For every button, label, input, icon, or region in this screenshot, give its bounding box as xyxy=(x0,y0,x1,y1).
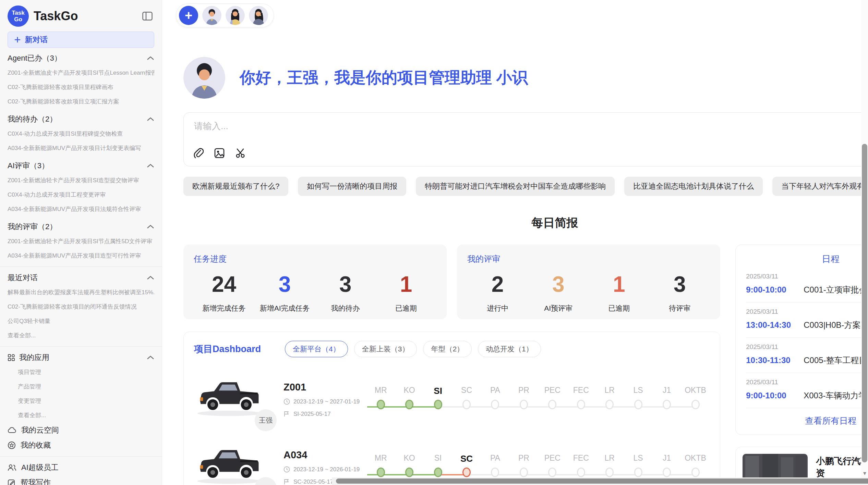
sidebar-section: 我的待办（2）C0X4-动力总成开发项目SI里程碑提交物检查A034-全新新能源… xyxy=(8,112,154,156)
list-item[interactable]: 解释最新出台的欧盟报废车法规再生塑料比例被调至15%... xyxy=(8,285,154,300)
vertical-scrollbar[interactable]: ▼ xyxy=(861,0,868,477)
suggestion-chip[interactable]: 如何写一份清晰的项目周报 xyxy=(298,177,406,196)
chevron-up-icon[interactable] xyxy=(147,56,154,61)
dashboard-tab[interactable]: 全新平台（4） xyxy=(285,341,348,357)
star-circle-icon xyxy=(8,441,16,449)
timeline-connector xyxy=(495,474,523,475)
image-icon[interactable] xyxy=(214,148,225,159)
dashboard-tab[interactable]: 动总开发（1） xyxy=(478,341,541,357)
timeline-connector xyxy=(610,474,638,475)
project-image: 王强 xyxy=(194,374,275,425)
timeline-connector xyxy=(581,474,610,475)
list-item[interactable]: C02-飞腾新能源轻客改款项目立项汇报方案 xyxy=(8,95,154,109)
milestone-label: OKTB xyxy=(681,386,710,398)
list-item[interactable]: 查看全部... xyxy=(8,408,154,423)
schedule-date: 2025/03/11 xyxy=(746,343,868,351)
list-item[interactable]: C0X4-动力总成开发项目SI里程碑提交物检查 xyxy=(8,127,154,141)
list-item[interactable]: Z001-全新燃油轻卡产品开发项目SI造型提交物评审 xyxy=(8,173,154,188)
plus-icon xyxy=(14,36,21,43)
view-all-schedule-link[interactable]: 查看所有日程 xyxy=(746,408,868,428)
milestone-label: KO xyxy=(395,453,423,466)
schedule-list: 2025/03/119:00-10:00C001-立项审批会加入2025/03/… xyxy=(746,267,868,408)
add-agent-button[interactable]: + xyxy=(179,6,198,25)
chevron-up-icon[interactable] xyxy=(147,163,154,168)
milestone: PEC xyxy=(538,386,567,415)
vertical-scrollbar-thumb[interactable] xyxy=(862,144,867,462)
list-item[interactable]: Z001-全新燃油轻卡产品开发项目SI节点属性5D文件评审 xyxy=(8,234,154,249)
list-item[interactable]: 项目管理 xyxy=(8,365,154,380)
timeline-connector xyxy=(381,474,409,475)
list-item[interactable]: 变更管理 xyxy=(8,394,154,408)
milestone: LS xyxy=(624,386,652,415)
sidebar-tool[interactable]: 帮我写作 xyxy=(8,475,154,485)
milestone-label: PR xyxy=(509,386,538,398)
sidebar: Task Go TaskGo 新对话 Agent已办（3）Z001-全新燃油皮卡… xyxy=(0,0,162,485)
list-item[interactable]: A034-全新新能源MUV产品开发项目造型可行性评审 xyxy=(8,249,154,263)
horizontal-scrollbar[interactable]: ▶ xyxy=(332,477,868,485)
suggestion-chip[interactable]: 欧洲新规最近颁布了什么? xyxy=(183,177,288,196)
list-item[interactable]: 公司Q3轻卡销量 xyxy=(8,314,154,328)
stat-value: 2 xyxy=(467,271,528,298)
chevron-up-icon[interactable] xyxy=(147,275,154,280)
schedule-date: 2025/03/11 xyxy=(746,308,868,315)
dashboard-tab[interactable]: 年型（2） xyxy=(423,341,472,357)
section-header[interactable]: 我的应用 xyxy=(8,350,154,365)
dashboard-tab[interactable]: 全新上装（3） xyxy=(354,341,417,357)
sidebar-header: Task Go TaskGo xyxy=(8,5,154,27)
scissors-icon[interactable] xyxy=(235,148,246,159)
section-header[interactable]: AI评审（3） xyxy=(8,158,154,173)
section-header[interactable]: 我的评审（2） xyxy=(8,219,154,234)
section-header[interactable]: 我的待办（2） xyxy=(8,112,154,127)
new-chat-button[interactable]: 新对话 xyxy=(8,32,154,48)
chevron-up-icon[interactable] xyxy=(147,117,154,122)
milestone-node xyxy=(548,400,556,409)
agent-avatar-2[interactable] xyxy=(226,6,245,25)
stat: 3待评审 xyxy=(649,271,710,313)
main-area: + 王强 你好，王强，我是你的项目管理 xyxy=(162,0,868,485)
section-header[interactable]: Agent已办（3） xyxy=(8,51,154,66)
list-item[interactable]: 查看全部... xyxy=(8,328,154,343)
project-info: Z0012023-12-19 ~ 2027-01-19SI-2025-05-17 xyxy=(275,382,366,418)
timeline-connector xyxy=(610,406,638,408)
scroll-down-arrow-icon[interactable]: ▼ xyxy=(862,470,867,476)
list-item[interactable]: A034-全新新能源MUV产品开发项目计划变更表编写 xyxy=(8,141,154,156)
collapse-sidebar-icon[interactable] xyxy=(141,10,154,22)
project-list: 王强Z0012023-12-19 ~ 2027-01-19SI-2025-05-… xyxy=(194,374,710,485)
agent-avatar-3[interactable] xyxy=(249,6,268,25)
milestone-node xyxy=(663,400,671,409)
divider xyxy=(0,346,162,347)
stat-card: 任务进度24新增完成任务3新增AI完成任务3我的待办1已逾期 xyxy=(183,245,447,319)
milestone-node xyxy=(520,468,528,477)
list-item[interactable]: A034-全新新能源MUV产品开发项目法规符合性评审 xyxy=(8,202,154,216)
milestone-label: J1 xyxy=(652,453,681,466)
horizontal-scrollbar-thumb[interactable] xyxy=(336,478,868,484)
attachment-icon[interactable] xyxy=(193,148,204,159)
suggestion-chip[interactable]: 特朗普可能对进口汽车增税会对中国车企造成哪些影响 xyxy=(416,177,615,196)
sidebar-item-label: 帮我写作 xyxy=(21,477,51,485)
sidebar-item-star-circle[interactable]: 我的收藏 xyxy=(8,438,154,453)
suggestion-chip[interactable]: 比亚迪全固态电池计划具体说了什么 xyxy=(624,177,763,196)
chevron-up-icon[interactable] xyxy=(147,224,154,229)
list-item[interactable]: 产品管理 xyxy=(8,380,154,394)
stats-row: 24新增完成任务3新增AI完成任务3我的待办1已逾期 xyxy=(194,271,436,313)
sidebar-tool[interactable]: AI超级员工 xyxy=(8,460,154,475)
milestone-node xyxy=(577,468,585,477)
suggestion-chip[interactable]: 当下年轻人对汽车外观有怎样的喜好趋势 xyxy=(772,177,868,196)
date-range-text: 2023-12-19 ~ 2027-01-19 xyxy=(293,398,360,405)
list-item[interactable]: C02-飞腾新能源轻客改款项目的闭环通告反馈情况 xyxy=(8,300,154,314)
chat-input[interactable] xyxy=(193,120,809,140)
milestone-node-area xyxy=(595,400,624,415)
milestone: FEC xyxy=(567,386,595,415)
agent-avatar-1[interactable] xyxy=(202,6,221,25)
sidebar-item-cloud[interactable]: 我的云空间 xyxy=(8,423,154,438)
section-header[interactable]: 最近对话 xyxy=(8,270,154,285)
stat-label: 新增完成任务 xyxy=(194,303,254,313)
list-item[interactable]: C02-飞腾新能源轻客改款项目里程碑画布 xyxy=(8,80,154,95)
milestone-node xyxy=(434,468,442,477)
project-row[interactable]: 王强Z0012023-12-19 ~ 2027-01-19SI-2025-05-… xyxy=(194,374,710,425)
list-item[interactable]: Z001-全新燃油皮卡产品开发项目SI节点Lesson Learn报告 xyxy=(8,66,154,80)
list-item[interactable]: C0X4-动力总成开发项目工程变更评审 xyxy=(8,188,154,202)
chevron-up-icon[interactable] xyxy=(147,355,154,360)
milestone-label: SC xyxy=(452,453,481,466)
news-title: 小鹏飞行汽车制造公司增资 xyxy=(816,455,868,479)
